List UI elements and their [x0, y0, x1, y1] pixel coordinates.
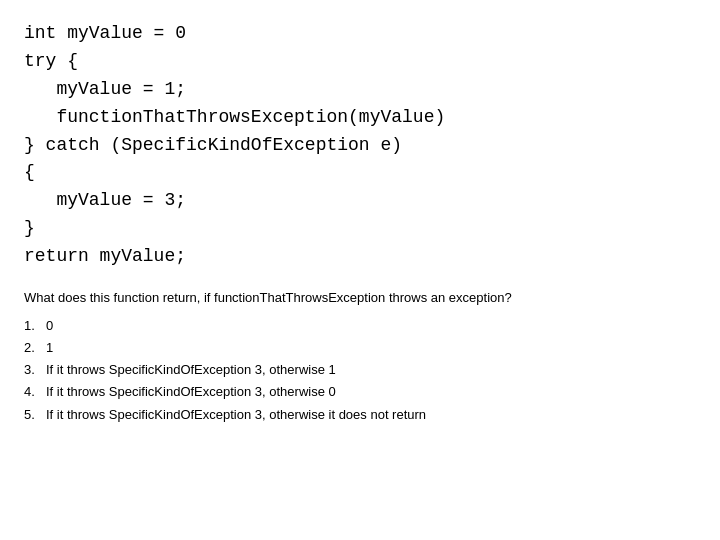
question-text: What does this function return, if funct… [24, 289, 696, 307]
option-4: 4. If it throws SpecificKindOfException … [24, 381, 696, 403]
option-5-number: 5. [24, 404, 42, 426]
option-4-number: 4. [24, 381, 42, 403]
option-1: 1. 0 [24, 315, 696, 337]
option-2: 2. 1 [24, 337, 696, 359]
option-5: 5. If it throws SpecificKindOfException … [24, 404, 696, 426]
option-1-number: 1. [24, 315, 42, 337]
option-3-text: If it throws SpecificKindOfException 3, … [46, 359, 336, 381]
option-3-number: 3. [24, 359, 42, 381]
options-list: 1. 0 2. 1 3. If it throws SpecificKindOf… [24, 315, 696, 425]
option-5-text: If it throws SpecificKindOfException 3, … [46, 404, 426, 426]
option-4-text: If it throws SpecificKindOfException 3, … [46, 381, 336, 403]
option-2-number: 2. [24, 337, 42, 359]
option-2-text: 1 [46, 337, 53, 359]
option-1-text: 0 [46, 315, 53, 337]
option-3: 3. If it throws SpecificKindOfException … [24, 359, 696, 381]
code-display: int myValue = 0 try { myValue = 1; funct… [24, 20, 696, 271]
